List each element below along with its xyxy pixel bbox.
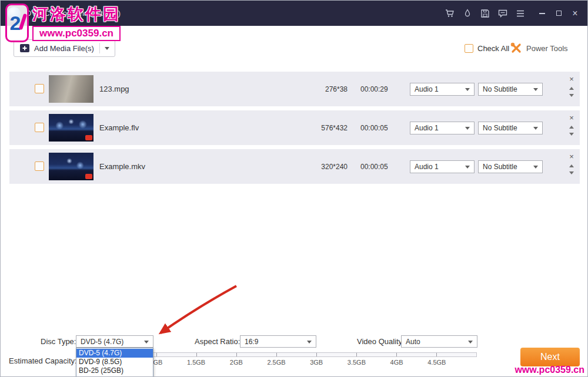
row-checkbox[interactable] [35,161,44,171]
chevron-down-icon [105,47,109,50]
video-thumbnail [49,153,93,180]
subtitle-select[interactable]: No Subtitle [478,122,543,134]
row-controls: × [567,153,576,174]
move-up-icon[interactable] [569,126,574,129]
maximize-button[interactable] [551,6,566,21]
audio-track-value: Audio 1 [415,163,439,171]
audio-track-value: Audio 1 [415,124,439,132]
media-filename: Example.flv [99,110,139,145]
add-media-label: Add Media File(s) [34,44,94,53]
titlebar-actions: × [445,6,587,21]
video-thumbnail [49,75,93,103]
dropdown-option-dvd9[interactable]: DVD-9 (8.5G) [76,358,153,366]
media-duration: 00:00:05 [360,124,402,132]
add-media-icon [19,43,30,53]
capacity-tick [196,353,197,356]
check-all[interactable]: Check All [465,44,509,53]
app-logo-icon [8,7,21,20]
audio-track-select[interactable]: Audio 1 [410,83,475,96]
video-quality-select[interactable]: Auto [401,335,477,348]
media-row: 123.mpg 276*38 00:00:29 Audio 1 No Subti… [9,72,580,106]
next-button-label: Next [540,352,560,362]
minimize-button[interactable] [534,6,550,21]
media-filename: 123.mpg [99,72,129,106]
ink-drop-icon[interactable] [463,9,472,18]
cart-icon[interactable] [445,9,455,18]
format-badge-icon [85,135,92,140]
check-all-label: Check All [477,44,509,53]
capacity-tick-label: 4GB [390,359,403,366]
power-tools-icon [510,42,522,54]
format-badge-icon [85,174,92,179]
estimated-capacity-label: Estimated Capacity: [9,357,77,365]
move-up-icon[interactable] [569,87,574,90]
capacity-tick [396,353,397,356]
subtitle-value: No Subtitle [483,124,517,132]
save-icon[interactable] [480,9,490,18]
menu-icon[interactable] [516,9,525,18]
add-media-button[interactable]: Add Media File(s) [14,39,115,57]
disc-type-dropdown: DVD-5 (4.7G) DVD-9 (8.5G) BD-25 (25GB) B… [76,348,153,377]
media-resolution: 320*240 [298,163,348,171]
media-duration: 00:00:29 [360,85,402,93]
row-controls: × [567,75,576,97]
capacity-tick-label: 3.5GB [348,359,366,366]
remove-item-icon[interactable]: × [569,153,574,160]
video-quality-value: Auto [406,338,420,346]
divider [99,43,100,53]
move-down-icon[interactable] [569,171,574,174]
media-duration: 00:00:05 [360,163,402,171]
subtitle-value: No Subtitle [483,85,517,93]
capacity-tick-label: 2GB [230,359,243,366]
capacity-tick [316,353,317,356]
capacity-tick [436,353,437,356]
disc-type-value: DVD-5 (4.7G) [81,338,123,346]
subtitle-select[interactable]: No Subtitle [478,160,543,173]
power-tools-label: Power Tools [526,44,568,53]
power-tools-button[interactable]: Power Tools [510,42,568,54]
move-down-icon[interactable] [569,133,574,136]
check-all-checkbox[interactable] [465,44,473,53]
subtitle-value: No Subtitle [483,163,517,171]
audio-track-select[interactable]: Audio 1 [410,160,475,173]
next-button[interactable]: Next [520,348,580,366]
video-quality-label: Video Quality: [357,338,405,346]
subtitle-select[interactable]: No Subtitle [478,83,543,96]
aspect-ratio-label: Aspect Ratio: [195,338,240,346]
row-checkbox[interactable] [35,123,44,132]
dropdown-option-bd25[interactable]: BD-25 (25GB) [76,366,153,375]
media-row: Example.mkv 320*240 00:00:05 Audio 1 No … [9,149,580,184]
maximize-icon [556,11,562,16]
aspect-ratio-value: 16:9 [245,338,258,346]
dropdown-option-dvd5[interactable]: DVD-5 (4.7G) [76,349,153,358]
annotation-arrow [1,1,588,377]
titlebar: DVD Creator (Unregistered) × [1,1,587,26]
media-resolution: 576*432 [298,124,348,132]
move-up-icon[interactable] [569,164,574,167]
video-thumbnail [49,114,93,142]
dvd-creator-window: DVD Creator (Unregistered) × [0,0,588,377]
disc-type-select[interactable]: DVD-5 (4.7G) [76,335,153,348]
aspect-ratio-select[interactable]: 16:9 [240,335,316,348]
media-resolution: 276*38 [298,85,348,93]
close-icon: × [572,9,577,18]
remove-item-icon[interactable]: × [569,114,574,122]
row-controls: × [567,114,576,136]
minimize-icon [539,13,545,14]
row-checkbox[interactable] [35,84,44,93]
media-row: Example.flv 576*432 00:00:05 Audio 1 No … [9,110,580,145]
capacity-tick [236,353,237,356]
capacity-tick-label: 4.5GB [427,359,446,366]
feedback-icon[interactable] [498,9,507,18]
move-down-icon[interactable] [569,94,574,97]
remove-item-icon[interactable]: × [569,75,574,83]
window-title: DVD Creator (Unregistered) [26,9,121,18]
capacity-tick [356,353,357,356]
audio-track-select[interactable]: Audio 1 [410,122,475,134]
disc-type-label: Disc Type: [41,338,76,346]
capacity-tick [276,353,277,356]
close-button[interactable]: × [567,6,583,21]
capacity-tick-label: 3GB [310,359,323,366]
audio-track-value: Audio 1 [415,85,439,93]
capacity-tick [156,353,157,356]
